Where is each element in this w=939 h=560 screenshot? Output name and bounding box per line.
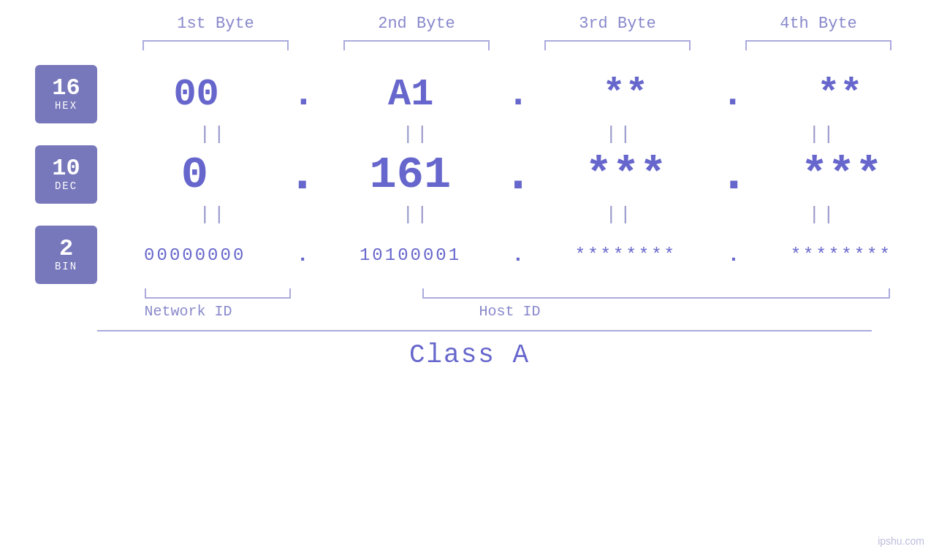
hex-dot1: . (292, 73, 315, 116)
bin-dot2: . (503, 244, 533, 266)
byte1-header: 1st Byte (135, 15, 296, 33)
hex-name: HEX (55, 100, 77, 112)
eq2-2: || (343, 204, 490, 226)
equals-row-1: || || || || (0, 123, 939, 145)
byte2-header: 2nd Byte (336, 15, 497, 33)
hex-badge: 16 HEX (35, 65, 97, 123)
hex-byte1: 00 (123, 73, 270, 116)
bin-byte1: 00000000 (122, 245, 268, 265)
bin-name: BIN (55, 261, 77, 272)
bin-byte3: ******** (552, 245, 699, 265)
dec-dot3: . (718, 146, 749, 204)
eq1-2: || (343, 123, 490, 145)
bottom-bracket-row (115, 288, 919, 299)
main-container: 1st Byte 2nd Byte 3rd Byte 4th Byte 16 H… (0, 0, 939, 560)
network-bottom-bracket (145, 288, 291, 299)
eq1-4: || (750, 123, 896, 145)
dec-byte3: *** (553, 149, 699, 201)
bin-byte4: ******** (768, 245, 914, 265)
dec-name: DEC (55, 180, 77, 192)
top-bracket-row (115, 40, 919, 50)
bin-badge: 2 BIN (35, 226, 97, 284)
bracket-4 (745, 40, 892, 50)
bottom-line (97, 330, 872, 331)
network-id-label: Network ID (115, 303, 262, 320)
byte4-header: 4th Byte (738, 15, 899, 33)
dec-byte1: 0 (121, 149, 267, 201)
hex-values: 00 . A1 . ** . ** (97, 73, 939, 116)
eq2-1: || (140, 204, 286, 226)
hex-row: 16 HEX 00 . A1 . ** . ** (0, 65, 939, 123)
bin-byte2: 10100001 (338, 245, 484, 265)
bin-values: 00000000 . 10100001 . ******** . *******… (97, 244, 939, 266)
eq1-1: || (140, 123, 286, 145)
bracket-3 (544, 40, 691, 50)
gap1 (349, 288, 364, 299)
dec-byte4: *** (769, 149, 915, 201)
eq2-4: || (750, 204, 896, 226)
dec-values: 0 . 161 . *** . *** (97, 146, 939, 204)
bin-row: 2 BIN 00000000 . 10100001 . ******** . *… (0, 226, 939, 284)
eq2-3: || (547, 204, 693, 226)
host-bottom-bracket (422, 288, 890, 299)
dec-byte2: 161 (337, 149, 483, 201)
bracket-1 (142, 40, 289, 50)
bin-dot1: . (288, 244, 317, 266)
bin-dot3: . (719, 244, 748, 266)
hex-number: 16 (52, 77, 80, 100)
eq1-3: || (547, 123, 693, 145)
byte-headers: 1st Byte 2nd Byte 3rd Byte 4th Byte (115, 15, 919, 33)
dec-row: 10 DEC 0 . 161 . *** . *** (0, 145, 939, 204)
byte3-header: 3rd Byte (537, 15, 698, 33)
hex-byte3: ** (552, 73, 699, 116)
hex-dot3: . (721, 73, 744, 116)
dec-badge: 10 DEC (35, 145, 97, 204)
dec-dot2: . (503, 146, 533, 204)
equals-row-2: || || || || (0, 204, 939, 226)
bin-number: 2 (59, 237, 73, 261)
dec-dot1: . (287, 146, 318, 204)
id-labels-row: Network ID Host ID (115, 303, 919, 320)
bracket-2 (343, 40, 490, 50)
hex-byte2: A1 (338, 73, 484, 116)
dec-number: 10 (52, 157, 80, 180)
hex-dot2: . (506, 73, 529, 116)
hex-byte4: ** (767, 73, 913, 116)
class-label: Class A (409, 340, 530, 370)
host-id-label: Host ID (276, 303, 744, 320)
watermark: ipshu.com (878, 535, 924, 547)
